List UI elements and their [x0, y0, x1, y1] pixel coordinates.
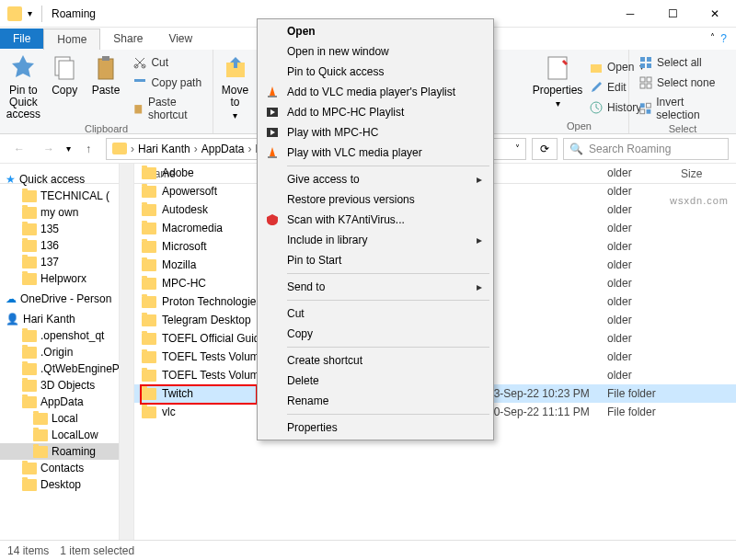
up-button[interactable]: ↑ — [76, 138, 100, 160]
copy-path-icon — [132, 75, 147, 90]
menu-pin-to-quick-access[interactable]: Pin to Quick access — [259, 62, 491, 82]
copy-path-button[interactable]: Copy path — [129, 74, 207, 92]
menu-label: Add to MPC-HC Playlist — [287, 106, 404, 119]
paste-button[interactable]: Paste — [88, 53, 124, 123]
folder-icon — [22, 190, 37, 202]
tab-view[interactable]: View — [155, 29, 205, 49]
scissors-icon — [132, 55, 147, 70]
file-date: 23-Sep-22 10:23 PM — [488, 387, 607, 400]
nav-technical-[interactable]: TECHNICAL ( — [0, 188, 119, 204]
tab-home[interactable]: Home — [43, 29, 100, 50]
move-to-button[interactable]: Move to▾ — [219, 53, 251, 131]
menu-give-access-to[interactable]: Give access to▸ — [259, 169, 491, 189]
nav-onedrive-person[interactable]: ☁OneDrive - Person — [0, 291, 119, 307]
search-icon: 🔍 — [569, 143, 583, 155]
invert-selection-button[interactable]: Invert selection — [635, 94, 730, 123]
help-icon[interactable]: ? — [720, 32, 727, 45]
tab-file[interactable]: File — [0, 29, 43, 49]
select-group-label: Select — [635, 123, 730, 134]
file-type: older — [607, 332, 681, 345]
address-dropdown-icon[interactable]: ˅ — [515, 143, 520, 154]
pin-quick-access-button[interactable]: Pin to Quick access — [6, 53, 41, 123]
minimize-button[interactable]: ─ — [609, 0, 651, 28]
menu-play-with-mpc-hc[interactable]: Play with MPC-HC — [259, 122, 491, 143]
refresh-button[interactable]: ⟳ — [532, 138, 558, 160]
menu-open-in-new-window[interactable]: Open in new window — [259, 41, 491, 62]
menu-open[interactable]: Open — [259, 21, 491, 41]
properties-button[interactable]: Properties▾ — [535, 53, 580, 120]
nav-136[interactable]: 136 — [0, 237, 119, 254]
menu-rename[interactable]: Rename — [259, 391, 491, 411]
menu-add-to-mpc-hc-playlist[interactable]: Add to MPC-HC Playlist — [259, 102, 491, 122]
menu-properties[interactable]: Properties — [259, 417, 491, 438]
copy-icon — [50, 53, 79, 83]
folder-icon — [142, 296, 156, 308]
back-button[interactable]: ← — [7, 138, 31, 160]
menu-play-with-vlc-media-player[interactable]: Play with VLC media player — [259, 143, 491, 163]
menu-label: Open — [287, 25, 316, 38]
qat-dropdown-icon[interactable]: ▾ — [28, 8, 32, 18]
nav-scrollbar[interactable] — [120, 164, 134, 540]
menu-cut[interactable]: Cut — [259, 303, 491, 324]
history-dropdown[interactable]: ▾ — [66, 143, 71, 154]
forward-button[interactable]: → — [37, 138, 61, 160]
folder-icon — [22, 396, 37, 408]
svg-rect-15 — [647, 63, 651, 68]
nav-locallow[interactable]: LocalLow — [0, 427, 119, 443]
menu-delete[interactable]: Delete — [259, 371, 491, 391]
nav-roaming[interactable]: Roaming — [0, 443, 119, 460]
select-none-icon — [638, 75, 653, 90]
cut-button[interactable]: Cut — [129, 53, 207, 72]
nav-desktop[interactable]: Desktop — [0, 476, 119, 493]
folder-icon — [142, 167, 156, 179]
menu-copy[interactable]: Copy — [259, 324, 491, 344]
menu-include-in-library[interactable]: Include in library▸ — [259, 230, 491, 250]
folder-icon — [142, 259, 156, 271]
submenu-arrow-icon: ▸ — [477, 234, 482, 246]
vlc-icon — [265, 145, 280, 160]
folder-icon — [142, 241, 156, 253]
folder-icon — [33, 446, 48, 458]
nav-quick-access[interactable]: ★Quick access — [0, 171, 119, 188]
menu-add-to-vlc-media-player-s-playlist[interactable]: Add to VLC media player's Playlist — [259, 82, 491, 102]
nav-helpworx[interactable]: Helpworx — [0, 270, 119, 287]
menu-label: Properties — [287, 421, 338, 434]
nav-contacts[interactable]: Contacts — [0, 460, 119, 476]
nav-135[interactable]: 135 — [0, 221, 119, 237]
search-box[interactable]: 🔍 Search Roaming — [563, 138, 729, 160]
folder-icon — [22, 330, 37, 342]
nav-137[interactable]: 137 — [0, 254, 119, 270]
clipboard-group-label: Clipboard — [6, 123, 207, 134]
menu-label: Rename — [287, 394, 328, 407]
nav--qtwebenginepr[interactable]: .QtWebEnginePr — [0, 360, 119, 377]
submenu-arrow-icon: ▸ — [477, 173, 482, 186]
menu-send-to[interactable]: Send to▸ — [259, 277, 491, 297]
nav--openshot-qt[interactable]: .openshot_qt — [0, 327, 119, 344]
folder-icon — [22, 207, 37, 219]
select-none-button[interactable]: Select none — [635, 74, 730, 92]
svg-rect-1 — [59, 61, 74, 79]
menu-label: Include in library — [287, 234, 367, 246]
copy-button[interactable]: Copy — [47, 53, 83, 123]
menu-pin-to-start[interactable]: Pin to Start — [259, 250, 491, 270]
folder-icon — [22, 273, 37, 285]
nav-my-own[interactable]: my own — [0, 204, 119, 221]
ribbon-collapse-icon[interactable]: ˄ — [710, 32, 715, 45]
maximize-button[interactable]: ☐ — [651, 0, 694, 28]
user-icon: 👤 — [6, 313, 19, 326]
nav--origin[interactable]: .Origin — [0, 344, 119, 360]
close-button[interactable]: ✕ — [694, 0, 736, 28]
paste-shortcut-button[interactable]: Paste shortcut — [129, 94, 207, 123]
menu-create-shortcut[interactable]: Create shortcut — [259, 350, 491, 371]
nav-local[interactable]: Local — [0, 410, 119, 427]
file-type: older — [607, 240, 681, 253]
nav-hari-kanth[interactable]: 👤Hari Kanth — [0, 311, 119, 327]
folder-icon — [142, 388, 156, 400]
nav-appdata[interactable]: AppData — [0, 394, 119, 410]
file-type: older — [607, 350, 681, 363]
tab-share[interactable]: Share — [100, 29, 155, 49]
select-all-button[interactable]: Select all — [635, 53, 730, 72]
menu-restore-previous-versions[interactable]: Restore previous versions — [259, 189, 491, 210]
menu-scan-with-k7antivirus-[interactable]: Scan with K7AntiVirus... — [259, 210, 491, 230]
nav-3d-objects[interactable]: 3D Objects — [0, 377, 119, 394]
